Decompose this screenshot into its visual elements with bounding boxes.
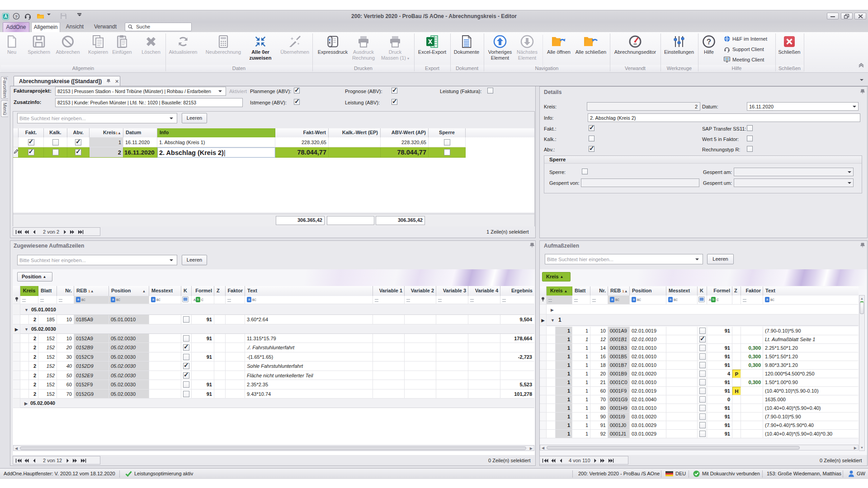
svg-text:?: ? [15, 14, 18, 19]
svg-text:A: A [4, 14, 7, 19]
svg-text:?: ? [707, 38, 711, 46]
